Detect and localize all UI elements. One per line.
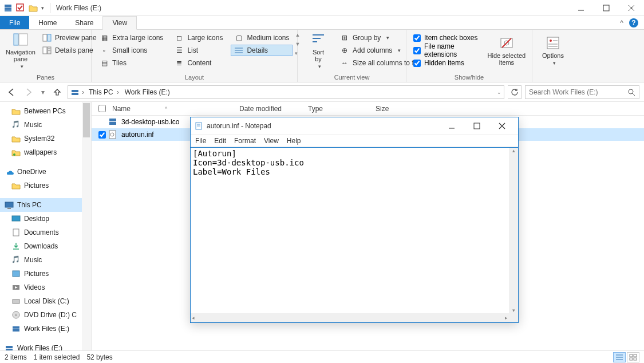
maximize-button[interactable]: [594, 0, 619, 16]
tree-local-disk[interactable]: Local Disk (C:): [0, 294, 91, 308]
medium-icons-button[interactable]: ▢Medium icons: [231, 32, 293, 44]
quick-access-toolbar: ▾: [0, 3, 48, 13]
notepad-close-button[interactable]: [489, 117, 515, 135]
tree-documents[interactable]: Documents: [0, 226, 91, 239]
tree-od-pictures[interactable]: Pictures: [0, 179, 91, 192]
file-row-checkbox[interactable]: [98, 131, 106, 139]
status-bytes: 52 bytes: [86, 353, 112, 361]
tree-wallpapers[interactable]: wallpapers: [0, 145, 91, 159]
tree-downloads[interactable]: Downloads: [0, 239, 91, 253]
help-icon[interactable]: ?: [629, 18, 638, 27]
column-headers: Name^ Date modified Type Size: [92, 102, 644, 116]
notepad-maximize-button[interactable]: [464, 117, 489, 135]
recent-locations-button[interactable]: ▾: [39, 85, 47, 99]
collapse-ribbon-icon[interactable]: ^: [620, 19, 623, 27]
options-icon: [545, 35, 561, 51]
tree-music-qa[interactable]: 🎵Music: [0, 118, 91, 132]
forward-button[interactable]: [22, 85, 35, 99]
svg-point-27: [550, 40, 552, 42]
breadcrumb-dropdown-icon[interactable]: ⌄: [497, 89, 501, 95]
tree-pictures[interactable]: Pictures: [0, 267, 91, 281]
search-input[interactable]: [529, 88, 627, 96]
ribbon: Navigation pane Preview pane Details pan…: [0, 30, 644, 82]
notepad-minimize-button[interactable]: [439, 117, 464, 135]
tree-onedrive[interactable]: OneDrive: [0, 165, 91, 179]
navigation-tree[interactable]: Between PCs 🎵Music System32 wallpapers O…: [0, 102, 92, 350]
tree-dvd[interactable]: DVD Drive (D:) C: [0, 308, 91, 322]
group-label-current-view: Current view: [302, 74, 401, 81]
back-button[interactable]: [5, 85, 18, 99]
tiles-button[interactable]: ▤Tiles: [96, 57, 167, 69]
svg-rect-50: [109, 122, 116, 125]
small-icons-button[interactable]: ▫Small icons: [96, 45, 167, 56]
checkbox-qat-icon[interactable]: [16, 3, 25, 13]
tree-workfiles[interactable]: Work Files (E:): [0, 322, 91, 336]
breadcrumb-seg-thispc[interactable]: This PC: [86, 88, 121, 96]
tree-videos[interactable]: Videos: [0, 281, 91, 294]
options-button[interactable]: Options: [537, 32, 569, 69]
col-date[interactable]: Date modified: [235, 102, 303, 115]
list-button[interactable]: ☰List: [171, 45, 226, 56]
notepad-textarea[interactable]: [191, 148, 509, 313]
details-pane-button[interactable]: Details pane: [39, 45, 100, 56]
notepad-menu-view[interactable]: View: [264, 137, 279, 145]
tab-share[interactable]: Share: [66, 16, 102, 29]
notepad-resize-grip[interactable]: [509, 313, 518, 322]
notepad-menu-file[interactable]: File: [195, 137, 206, 145]
tree-between-pcs[interactable]: Between PCs: [0, 104, 91, 118]
add-columns-icon: ⊕: [340, 46, 349, 55]
large-icons-button[interactable]: ◻Large icons: [171, 32, 226, 44]
svg-rect-9: [19, 34, 27, 45]
refresh-button[interactable]: [508, 85, 521, 99]
breadcrumb-seg-workfiles[interactable]: Work Files (E:): [123, 88, 176, 96]
details-view-button[interactable]: Details: [231, 45, 293, 56]
folder-qat-icon[interactable]: [29, 3, 38, 13]
notepad-window[interactable]: autorun.inf - Notepad File Edit Format V…: [190, 117, 519, 323]
notepad-menu-edit[interactable]: Edit: [214, 137, 226, 145]
up-button[interactable]: [50, 85, 64, 99]
sort-by-button[interactable]: Sort by: [302, 32, 334, 69]
hide-selected-button[interactable]: Hide selected items: [486, 32, 527, 69]
svg-rect-47: [6, 346, 13, 348]
svg-rect-8: [14, 34, 18, 45]
preview-pane-button[interactable]: Preview pane: [39, 32, 100, 44]
qat-dropdown-icon[interactable]: ▾: [41, 5, 44, 11]
notepad-vscrollbar[interactable]: ▴▾: [509, 148, 518, 313]
minimize-button[interactable]: [568, 0, 594, 16]
search-box[interactable]: [525, 85, 639, 99]
select-all-checkbox[interactable]: [98, 105, 106, 112]
search-icon[interactable]: [627, 88, 635, 96]
tree-system32[interactable]: System32: [0, 132, 91, 145]
item-checkboxes-toggle[interactable]: Item check boxes: [411, 32, 484, 44]
tree-music[interactable]: 🎵Music: [0, 253, 91, 267]
notepad-hscrollbar[interactable]: ◂▸: [191, 313, 509, 322]
col-size[interactable]: Size: [371, 102, 417, 115]
tree-this-pc[interactable]: This PC: [0, 198, 91, 212]
hidden-items-toggle[interactable]: Hidden items: [411, 57, 484, 69]
tab-view[interactable]: View: [102, 16, 137, 30]
notepad-titlebar[interactable]: autorun.inf - Notepad: [191, 117, 518, 135]
svg-rect-3: [17, 4, 23, 11]
notepad-menu-help[interactable]: Help: [287, 137, 301, 145]
downloads-icon: [11, 242, 21, 251]
tiles-icon: ▤: [100, 58, 109, 68]
tree-desktop[interactable]: Desktop: [0, 212, 91, 226]
svg-rect-5: [603, 5, 609, 11]
col-type[interactable]: Type: [303, 102, 371, 115]
file-extensions-toggle[interactable]: File name extensions: [411, 45, 484, 56]
close-button[interactable]: [619, 0, 644, 16]
navigation-pane-button[interactable]: Navigation pane: [5, 32, 37, 69]
pc-icon: [5, 200, 14, 210]
content-button[interactable]: ≣Content: [171, 57, 226, 69]
tree-scrollbar[interactable]: [82, 102, 91, 350]
tab-file[interactable]: File: [0, 16, 29, 29]
thumbnail-view-toggle[interactable]: [627, 352, 639, 362]
details-view-toggle[interactable]: [613, 352, 626, 362]
tab-home[interactable]: Home: [29, 16, 66, 29]
list-icon: ☰: [175, 46, 184, 55]
extra-large-icons-button[interactable]: ▦Extra large icons: [96, 32, 167, 44]
notepad-menu-format[interactable]: Format: [234, 137, 256, 145]
breadcrumb[interactable]: › This PC Work Files (E:) ⌄: [68, 85, 504, 99]
col-name[interactable]: Name^: [108, 102, 235, 115]
tree-workfiles-root[interactable]: Work Files (E:): [0, 341, 91, 350]
